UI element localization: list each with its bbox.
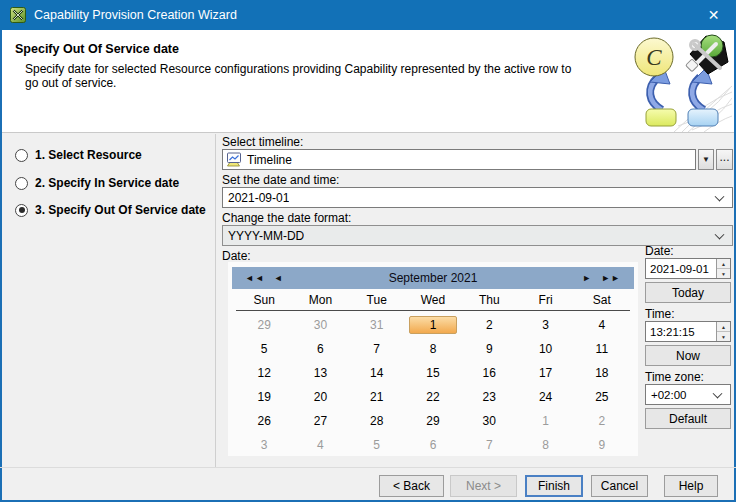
calendar-day[interactable]: 8 (517, 433, 573, 457)
calendar-day-number: 19 (240, 388, 288, 406)
calendar-day-number: 12 (240, 364, 288, 382)
calendar-day[interactable]: 11 (574, 337, 630, 361)
step-radio-2[interactable]: 2. Specify In Service date (15, 174, 179, 192)
calendar-day-number: 8 (409, 340, 457, 358)
titlebar[interactable]: Capability Provision Creation Wizard ✕ (0, 0, 736, 30)
calendar-day-number: 1 (522, 412, 570, 430)
today-button[interactable]: Today (645, 282, 731, 303)
calendar-day-number: 8 (522, 436, 570, 454)
time-spinner-value: 13:21:15 (650, 326, 695, 338)
calendar-day[interactable]: 4 (574, 313, 630, 337)
calendar-day[interactable]: 17 (517, 361, 573, 385)
calendar-day[interactable]: 31 (349, 313, 405, 337)
date-format-label: Change the date format: (222, 211, 351, 225)
calendar-day[interactable]: 26 (236, 409, 292, 433)
calendar-day[interactable]: 2 (574, 409, 630, 433)
next-year-button[interactable]: ►► (601, 273, 621, 283)
spin-down-button[interactable]: ▼ (717, 269, 730, 278)
calendar-day[interactable]: 9 (574, 433, 630, 457)
calendar-day[interactable]: 7 (461, 433, 517, 457)
help-button[interactable]: Help (664, 475, 718, 497)
calendar-day-number: 17 (522, 364, 570, 382)
calendar-day-number: 10 (522, 340, 570, 358)
calendar-day[interactable]: 19 (236, 385, 292, 409)
timeline-combobox[interactable]: Timeline (222, 149, 696, 170)
calendar-day[interactable]: 29 (405, 409, 461, 433)
calendar-day[interactable]: 23 (461, 385, 517, 409)
calendar-day[interactable]: 2 (461, 313, 517, 337)
timeline-browse-button[interactable]: ... (716, 149, 733, 170)
step-label: 2. Specify In Service date (35, 176, 179, 190)
calendar-day-number: 15 (409, 364, 457, 382)
step-radio-1[interactable]: 1. Select Resource (15, 146, 142, 164)
calendar-day[interactable]: 30 (461, 409, 517, 433)
timezone-value: +02:00 (646, 389, 687, 401)
calendar-day[interactable]: 27 (292, 409, 348, 433)
prev-year-button[interactable]: ◄◄ (245, 273, 265, 283)
calendar-day-selected[interactable]: 1 (405, 313, 461, 337)
calendar-day-number: 13 (296, 364, 344, 382)
datetime-combobox[interactable]: 2021-09-01 (222, 187, 733, 208)
timeline-value: Timeline (242, 153, 292, 167)
calendar-day[interactable]: 15 (405, 361, 461, 385)
back-button[interactable]: < Back (379, 475, 444, 497)
calendar: ◄◄ ◄ September 2021 ► ►► SunMonTueWedThu… (228, 262, 638, 456)
calendar-day[interactable]: 22 (405, 385, 461, 409)
calendar-day[interactable]: 7 (349, 337, 405, 361)
calendar-day[interactable]: 12 (236, 361, 292, 385)
calendar-day-number: 6 (409, 436, 457, 454)
next-month-button[interactable]: ► (582, 273, 592, 283)
calendar-day[interactable]: 6 (292, 337, 348, 361)
now-button[interactable]: Now (645, 345, 731, 366)
calendar-day-number: 28 (353, 412, 401, 430)
timeline-dropdown-button[interactable]: ▼ (698, 149, 714, 170)
calendar-day[interactable]: 29 (236, 313, 292, 337)
spin-down-button[interactable]: ▼ (717, 332, 730, 341)
page-description: Specify date for selected Resource confi… (25, 62, 585, 90)
calendar-day[interactable]: 14 (349, 361, 405, 385)
calendar-day[interactable]: 8 (405, 337, 461, 361)
chevron-down-icon (715, 191, 725, 201)
spin-up-button[interactable]: ▲ (717, 322, 730, 332)
spin-up-button[interactable]: ▲ (717, 259, 730, 269)
prev-month-button[interactable]: ◄ (274, 273, 284, 283)
window-title: Capability Provision Creation Wizard (34, 8, 237, 22)
date-spinner[interactable]: 2021-09-01 ▲ ▼ (645, 258, 731, 279)
calendar-day[interactable]: 5 (236, 337, 292, 361)
calendar-day-header: Fri (517, 293, 573, 310)
timezone-combobox[interactable]: +02:00 (645, 384, 731, 405)
cancel-button[interactable]: Cancel (591, 475, 648, 497)
calendar-day[interactable]: 4 (292, 433, 348, 457)
calendar-day-number: 31 (353, 316, 401, 334)
calendar-day[interactable]: 6 (405, 433, 461, 457)
calendar-day[interactable]: 1 (517, 409, 573, 433)
calendar-day[interactable]: 20 (292, 385, 348, 409)
steps-panel: 1. Select Resource2. Specify In Service … (2, 133, 215, 467)
calendar-day[interactable]: 30 (292, 313, 348, 337)
calendar-day[interactable]: 25 (574, 385, 630, 409)
calendar-day[interactable]: 3 (517, 313, 573, 337)
step-radio-3[interactable]: 3. Specify Out Of Service date (15, 201, 206, 219)
time-spinner[interactable]: 13:21:15 ▲ ▼ (645, 321, 731, 342)
calendar-day[interactable]: 16 (461, 361, 517, 385)
calendar-day[interactable]: 24 (517, 385, 573, 409)
calendar-day[interactable]: 21 (349, 385, 405, 409)
calendar-day[interactable]: 3 (236, 433, 292, 457)
calendar-day[interactable]: 13 (292, 361, 348, 385)
calendar-day-number: 9 (578, 436, 626, 454)
calendar-day[interactable]: 18 (574, 361, 630, 385)
chevron-down-icon (713, 388, 723, 398)
close-button[interactable]: ✕ (691, 0, 736, 30)
calendar-day[interactable]: 28 (349, 409, 405, 433)
calendar-day[interactable]: 9 (461, 337, 517, 361)
calendar-day-number: 24 (522, 388, 570, 406)
calendar-day-number: 3 (240, 436, 288, 454)
next-button[interactable]: Next > (450, 475, 517, 497)
chevron-down-icon (715, 229, 725, 239)
calendar-day-number: 30 (465, 412, 513, 430)
calendar-day[interactable]: 10 (517, 337, 573, 361)
calendar-day[interactable]: 5 (349, 433, 405, 457)
date-format-combobox[interactable]: YYYY-MM-DD (222, 225, 733, 246)
finish-button[interactable]: Finish (525, 475, 583, 497)
default-button[interactable]: Default (645, 408, 731, 429)
